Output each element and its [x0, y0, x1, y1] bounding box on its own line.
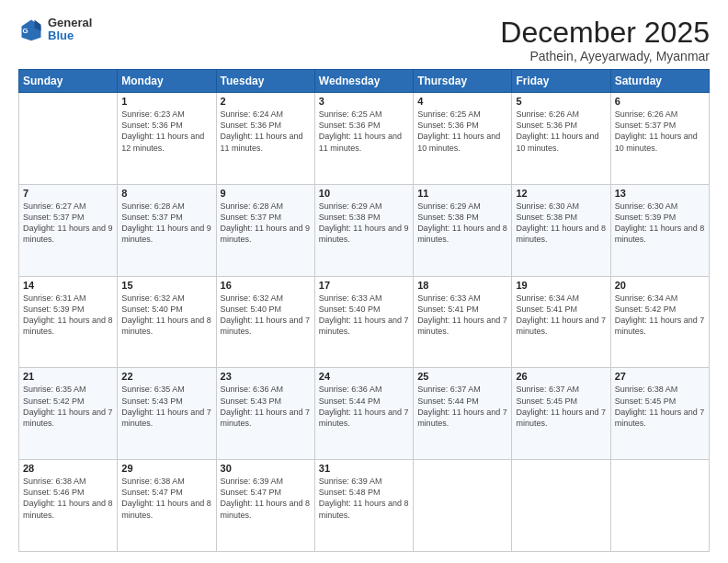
calendar-cell: 31Sunrise: 6:39 AMSunset: 5:48 PMDayligh…: [314, 460, 413, 552]
day-info: Sunrise: 6:25 AMSunset: 5:36 PMDaylight:…: [319, 109, 409, 154]
logo-text: General Blue: [48, 17, 92, 43]
calendar-cell: [414, 460, 512, 552]
page: G General Blue December 2025 Pathein, Ay…: [0, 0, 728, 563]
day-number: 15: [121, 280, 211, 291]
calendar-cell: [512, 460, 610, 552]
calendar-week-4: 21Sunrise: 6:35 AMSunset: 5:42 PMDayligh…: [19, 368, 710, 460]
day-number: 23: [221, 371, 311, 382]
day-info: Sunrise: 6:34 AMSunset: 5:42 PMDaylight:…: [615, 293, 705, 338]
calendar-week-5: 28Sunrise: 6:38 AMSunset: 5:46 PMDayligh…: [19, 460, 710, 552]
calendar-cell: 21Sunrise: 6:35 AMSunset: 5:42 PMDayligh…: [19, 368, 118, 460]
day-number: 7: [23, 188, 113, 199]
calendar-cell: 1Sunrise: 6:23 AMSunset: 5:36 PMDaylight…: [118, 93, 216, 185]
calendar-cell: 10Sunrise: 6:29 AMSunset: 5:38 PMDayligh…: [314, 184, 413, 276]
day-number: 11: [417, 188, 507, 199]
day-info: Sunrise: 6:38 AMSunset: 5:46 PMDaylight:…: [23, 476, 113, 521]
day-info: Sunrise: 6:38 AMSunset: 5:47 PMDaylight:…: [121, 476, 211, 521]
calendar-cell: 25Sunrise: 6:37 AMSunset: 5:44 PMDayligh…: [414, 368, 512, 460]
day-number: 14: [23, 280, 113, 291]
calendar-cell: 28Sunrise: 6:38 AMSunset: 5:46 PMDayligh…: [19, 460, 118, 552]
day-info: Sunrise: 6:30 AMSunset: 5:39 PMDaylight:…: [615, 201, 705, 246]
calendar-cell: 19Sunrise: 6:34 AMSunset: 5:41 PMDayligh…: [512, 276, 610, 368]
day-number: 4: [417, 96, 507, 107]
calendar-cell: 29Sunrise: 6:38 AMSunset: 5:47 PMDayligh…: [118, 460, 216, 552]
day-info: Sunrise: 6:28 AMSunset: 5:37 PMDaylight:…: [121, 201, 211, 246]
calendar-cell: 11Sunrise: 6:29 AMSunset: 5:38 PMDayligh…: [414, 184, 512, 276]
calendar-cell: 5Sunrise: 6:26 AMSunset: 5:36 PMDaylight…: [512, 93, 610, 185]
weekday-header-wednesday: Wednesday: [314, 70, 413, 93]
day-number: 30: [221, 463, 311, 474]
day-info: Sunrise: 6:39 AMSunset: 5:47 PMDaylight:…: [221, 476, 311, 521]
day-number: 26: [516, 371, 606, 382]
day-number: 6: [615, 96, 705, 107]
day-number: 29: [121, 463, 211, 474]
weekday-header-friday: Friday: [512, 70, 610, 93]
day-info: Sunrise: 6:31 AMSunset: 5:39 PMDaylight:…: [23, 293, 113, 338]
day-number: 20: [615, 280, 705, 291]
logo: G General Blue: [18, 17, 92, 43]
day-info: Sunrise: 6:30 AMSunset: 5:38 PMDaylight:…: [516, 201, 606, 246]
weekday-header-sunday: Sunday: [19, 70, 118, 93]
calendar-week-3: 14Sunrise: 6:31 AMSunset: 5:39 PMDayligh…: [19, 276, 710, 368]
day-info: Sunrise: 6:33 AMSunset: 5:40 PMDaylight:…: [319, 293, 409, 338]
day-info: Sunrise: 6:24 AMSunset: 5:36 PMDaylight:…: [221, 109, 311, 154]
day-info: Sunrise: 6:23 AMSunset: 5:36 PMDaylight:…: [121, 109, 211, 154]
day-number: 5: [516, 96, 606, 107]
calendar-cell: 6Sunrise: 6:26 AMSunset: 5:37 PMDaylight…: [610, 93, 709, 185]
day-info: Sunrise: 6:26 AMSunset: 5:37 PMDaylight:…: [615, 109, 705, 154]
day-number: 24: [319, 371, 409, 382]
day-number: 17: [319, 280, 409, 291]
calendar-cell: 18Sunrise: 6:33 AMSunset: 5:41 PMDayligh…: [414, 276, 512, 368]
day-number: 18: [417, 280, 507, 291]
calendar-cell: 12Sunrise: 6:30 AMSunset: 5:38 PMDayligh…: [512, 184, 610, 276]
calendar-body: 1Sunrise: 6:23 AMSunset: 5:36 PMDaylight…: [19, 93, 710, 552]
day-info: Sunrise: 6:39 AMSunset: 5:48 PMDaylight:…: [319, 476, 409, 521]
day-number: 27: [615, 371, 705, 382]
day-number: 2: [221, 96, 311, 107]
day-info: Sunrise: 6:27 AMSunset: 5:37 PMDaylight:…: [23, 201, 113, 246]
day-info: Sunrise: 6:38 AMSunset: 5:45 PMDaylight:…: [615, 384, 705, 429]
calendar-cell: 24Sunrise: 6:36 AMSunset: 5:44 PMDayligh…: [314, 368, 413, 460]
calendar-cell: 27Sunrise: 6:38 AMSunset: 5:45 PMDayligh…: [610, 368, 709, 460]
weekday-header-thursday: Thursday: [414, 70, 512, 93]
weekday-header-saturday: Saturday: [610, 70, 709, 93]
day-number: 8: [121, 188, 211, 199]
calendar-cell: 4Sunrise: 6:25 AMSunset: 5:36 PMDaylight…: [414, 93, 512, 185]
calendar-cell: 30Sunrise: 6:39 AMSunset: 5:47 PMDayligh…: [216, 460, 314, 552]
calendar-cell: 17Sunrise: 6:33 AMSunset: 5:40 PMDayligh…: [314, 276, 413, 368]
calendar-cell: 20Sunrise: 6:34 AMSunset: 5:42 PMDayligh…: [610, 276, 709, 368]
day-number: 19: [516, 280, 606, 291]
logo-general-label: General: [48, 17, 92, 29]
calendar-cell: 2Sunrise: 6:24 AMSunset: 5:36 PMDaylight…: [216, 93, 314, 185]
calendar-cell: 9Sunrise: 6:28 AMSunset: 5:37 PMDaylight…: [216, 184, 314, 276]
calendar-cell: 15Sunrise: 6:32 AMSunset: 5:40 PMDayligh…: [118, 276, 216, 368]
day-number: 22: [121, 371, 211, 382]
day-number: 31: [319, 463, 409, 474]
day-info: Sunrise: 6:35 AMSunset: 5:43 PMDaylight:…: [121, 384, 211, 429]
day-number: 1: [121, 96, 211, 107]
calendar-cell: 8Sunrise: 6:28 AMSunset: 5:37 PMDaylight…: [118, 184, 216, 276]
location-subtitle: Pathein, Ayeyarwady, Myanmar: [500, 49, 710, 63]
calendar-cell: 26Sunrise: 6:37 AMSunset: 5:45 PMDayligh…: [512, 368, 610, 460]
day-info: Sunrise: 6:32 AMSunset: 5:40 PMDaylight:…: [121, 293, 211, 338]
day-number: 28: [23, 463, 113, 474]
calendar-cell: 16Sunrise: 6:32 AMSunset: 5:40 PMDayligh…: [216, 276, 314, 368]
calendar-cell: 14Sunrise: 6:31 AMSunset: 5:39 PMDayligh…: [19, 276, 118, 368]
day-number: 3: [319, 96, 409, 107]
calendar-cell: 7Sunrise: 6:27 AMSunset: 5:37 PMDaylight…: [19, 184, 118, 276]
calendar-cell: 23Sunrise: 6:36 AMSunset: 5:43 PMDayligh…: [216, 368, 314, 460]
month-title: December 2025: [500, 17, 710, 49]
logo-icon: G: [18, 17, 44, 42]
day-info: Sunrise: 6:32 AMSunset: 5:40 PMDaylight:…: [221, 293, 311, 338]
day-info: Sunrise: 6:29 AMSunset: 5:38 PMDaylight:…: [417, 201, 507, 246]
day-info: Sunrise: 6:36 AMSunset: 5:43 PMDaylight:…: [221, 384, 311, 429]
day-info: Sunrise: 6:28 AMSunset: 5:37 PMDaylight:…: [221, 201, 311, 246]
day-info: Sunrise: 6:29 AMSunset: 5:38 PMDaylight:…: [319, 201, 409, 246]
day-info: Sunrise: 6:35 AMSunset: 5:42 PMDaylight:…: [23, 384, 113, 429]
calendar-week-1: 1Sunrise: 6:23 AMSunset: 5:36 PMDaylight…: [19, 93, 710, 185]
day-info: Sunrise: 6:33 AMSunset: 5:41 PMDaylight:…: [417, 293, 507, 338]
day-number: 25: [417, 371, 507, 382]
svg-text:G: G: [22, 27, 28, 35]
weekday-header-tuesday: Tuesday: [216, 70, 314, 93]
day-number: 13: [615, 188, 705, 199]
